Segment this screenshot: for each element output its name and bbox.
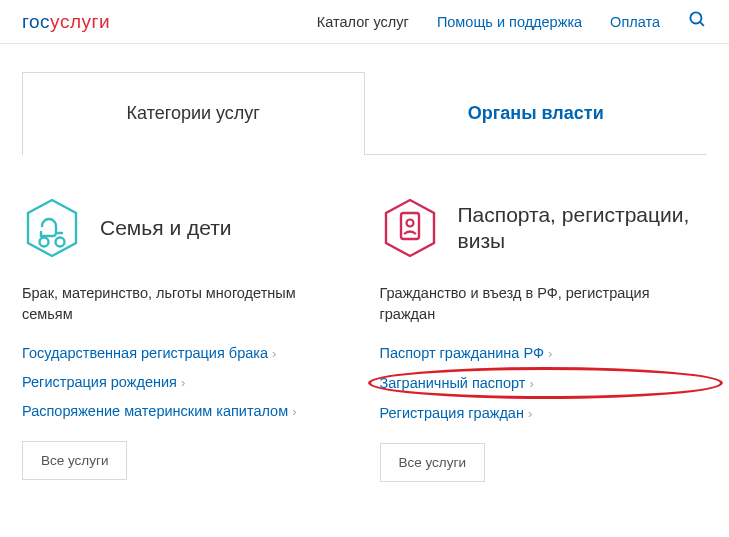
link-maternity-capital[interactable]: Распоряжение материнским капиталом› [22, 403, 350, 419]
svg-point-4 [56, 238, 65, 247]
category-passports: Паспорта, регистрации, визы Гражданство … [380, 195, 708, 482]
family-icon [22, 198, 82, 258]
svg-line-1 [700, 22, 704, 26]
tab-authorities[interactable]: Органы власти [365, 72, 708, 155]
chevron-right-icon: › [181, 375, 185, 390]
content: Семья и дети Брак, материнство, льготы м… [0, 155, 729, 512]
top-nav: Каталог услуг Помощь и поддержка Оплата [317, 10, 707, 33]
tab-categories[interactable]: Категории услуг [22, 72, 365, 155]
chevron-right-icon: › [528, 406, 532, 421]
svg-point-8 [406, 220, 413, 227]
category-desc-family: Брак, материнство, льготы многодетным се… [22, 283, 350, 325]
nav-help[interactable]: Помощь и поддержка [437, 14, 582, 30]
svg-point-3 [40, 238, 49, 247]
all-services-passports-button[interactable]: Все услуги [380, 443, 485, 482]
passports-links: Паспорт гражданина РФ› Заграничный паспо… [380, 345, 708, 421]
link-marriage-registration[interactable]: Государственная регистрация брака› [22, 345, 350, 361]
all-services-family-button[interactable]: Все услуги [22, 441, 127, 480]
header: госуслуги Каталог услуг Помощь и поддерж… [0, 0, 729, 44]
link-birth-registration[interactable]: Регистрация рождения› [22, 374, 350, 390]
chevron-right-icon: › [529, 376, 533, 391]
nav-catalog[interactable]: Каталог услуг [317, 14, 409, 30]
tabs: Категории услуг Органы власти [22, 72, 707, 155]
logo[interactable]: госуслуги [22, 11, 110, 33]
chevron-right-icon: › [272, 346, 276, 361]
link-citizen-registration[interactable]: Регистрация граждан› [380, 405, 708, 421]
chevron-right-icon: › [292, 404, 296, 419]
category-title-family: Семья и дети [100, 215, 232, 241]
highlighted-link-wrapper: Заграничный паспорт› [380, 374, 708, 392]
search-icon[interactable] [688, 10, 707, 33]
link-foreign-passport[interactable]: Заграничный паспорт› [380, 375, 534, 391]
category-family: Семья и дети Брак, материнство, льготы м… [22, 195, 350, 482]
link-russian-passport[interactable]: Паспорт гражданина РФ› [380, 345, 708, 361]
logo-part-1: гос [22, 11, 50, 32]
passport-icon [380, 198, 440, 258]
svg-point-0 [690, 12, 701, 23]
chevron-right-icon: › [548, 346, 552, 361]
category-title-passports: Паспорта, регистрации, визы [458, 202, 708, 255]
family-links: Государственная регистрация брака› Регис… [22, 345, 350, 419]
svg-marker-6 [386, 200, 434, 256]
nav-payment[interactable]: Оплата [610, 14, 660, 30]
logo-part-2: услуги [50, 11, 110, 32]
category-desc-passports: Гражданство и въезд в РФ, регистрация гр… [380, 283, 708, 325]
svg-marker-2 [28, 200, 76, 256]
